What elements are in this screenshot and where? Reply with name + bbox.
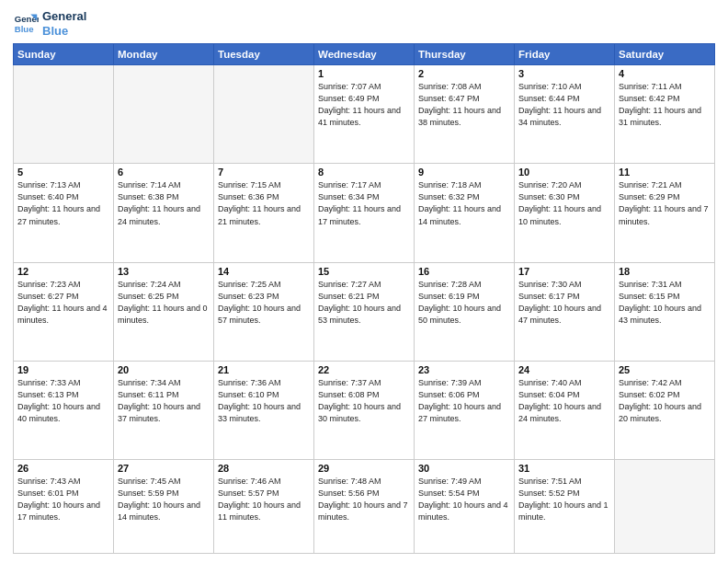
day-info: Sunrise: 7:31 AMSunset: 6:15 PMDaylight:…	[619, 279, 711, 327]
day-number: 29	[318, 463, 410, 474]
day-info: Sunrise: 7:46 AMSunset: 5:57 PMDaylight:…	[218, 476, 310, 523]
calendar-cell	[114, 65, 214, 164]
day-number: 17	[518, 266, 610, 277]
calendar-table: SundayMondayTuesdayWednesdayThursdayFrid…	[13, 43, 715, 554]
day-info: Sunrise: 7:51 AMSunset: 5:52 PMDaylight:…	[518, 476, 610, 523]
day-number: 3	[518, 68, 610, 79]
page-container: General Blue General Blue SundayMondayTu…	[0, 0, 728, 563]
calendar-cell: 29Sunrise: 7:48 AMSunset: 5:56 PMDayligh…	[314, 460, 415, 554]
day-info: Sunrise: 7:14 AMSunset: 6:38 PMDaylight:…	[118, 179, 210, 227]
day-number: 2	[418, 68, 510, 79]
calendar-cell: 27Sunrise: 7:45 AMSunset: 5:59 PMDayligh…	[114, 460, 214, 554]
week-row-5: 26Sunrise: 7:43 AMSunset: 6:01 PMDayligh…	[14, 460, 715, 554]
day-info: Sunrise: 7:27 AMSunset: 6:21 PMDaylight:…	[318, 279, 410, 327]
calendar-cell: 21Sunrise: 7:36 AMSunset: 6:10 PMDayligh…	[214, 361, 314, 459]
calendar-cell: 31Sunrise: 7:51 AMSunset: 5:52 PMDayligh…	[515, 460, 615, 554]
calendar-cell: 4Sunrise: 7:11 AMSunset: 6:42 PMDaylight…	[615, 65, 715, 164]
day-number: 9	[418, 167, 510, 178]
calendar-cell: 13Sunrise: 7:24 AMSunset: 6:25 PMDayligh…	[114, 262, 214, 361]
calendar-cell: 7Sunrise: 7:15 AMSunset: 6:36 PMDaylight…	[214, 164, 314, 262]
svg-text:Blue: Blue	[15, 23, 34, 33]
day-header-thursday: Thursday	[415, 44, 515, 65]
calendar-cell	[214, 65, 314, 164]
calendar-cell: 6Sunrise: 7:14 AMSunset: 6:38 PMDaylight…	[114, 164, 214, 262]
day-info: Sunrise: 7:36 AMSunset: 6:10 PMDaylight:…	[218, 377, 310, 425]
logo-icon: General Blue	[13, 11, 39, 37]
calendar-cell: 9Sunrise: 7:18 AMSunset: 6:32 PMDaylight…	[415, 164, 515, 262]
day-info: Sunrise: 7:15 AMSunset: 6:36 PMDaylight:…	[218, 179, 310, 227]
week-row-2: 5Sunrise: 7:13 AMSunset: 6:40 PMDaylight…	[14, 164, 715, 262]
day-number: 7	[218, 167, 310, 178]
day-info: Sunrise: 7:42 AMSunset: 6:02 PMDaylight:…	[619, 377, 711, 425]
day-info: Sunrise: 7:30 AMSunset: 6:17 PMDaylight:…	[518, 279, 610, 327]
calendar-cell: 19Sunrise: 7:33 AMSunset: 6:13 PMDayligh…	[14, 361, 114, 459]
day-number: 1	[318, 68, 410, 79]
calendar-cell: 20Sunrise: 7:34 AMSunset: 6:11 PMDayligh…	[114, 361, 214, 459]
calendar-cell: 28Sunrise: 7:46 AMSunset: 5:57 PMDayligh…	[214, 460, 314, 554]
day-info: Sunrise: 7:49 AMSunset: 5:54 PMDaylight:…	[418, 476, 510, 523]
calendar-cell: 10Sunrise: 7:20 AMSunset: 6:30 PMDayligh…	[515, 164, 615, 262]
day-number: 8	[318, 167, 410, 178]
day-header-tuesday: Tuesday	[214, 44, 314, 65]
day-header-wednesday: Wednesday	[314, 44, 415, 65]
calendar-cell: 11Sunrise: 7:21 AMSunset: 6:29 PMDayligh…	[615, 164, 715, 262]
day-info: Sunrise: 7:28 AMSunset: 6:19 PMDaylight:…	[418, 279, 510, 327]
calendar-cell: 3Sunrise: 7:10 AMSunset: 6:44 PMDaylight…	[515, 65, 615, 164]
day-info: Sunrise: 7:40 AMSunset: 6:04 PMDaylight:…	[518, 377, 610, 425]
day-info: Sunrise: 7:21 AMSunset: 6:29 PMDaylight:…	[619, 179, 711, 227]
day-info: Sunrise: 7:37 AMSunset: 6:08 PMDaylight:…	[318, 377, 410, 425]
day-info: Sunrise: 7:11 AMSunset: 6:42 PMDaylight:…	[619, 81, 711, 129]
day-info: Sunrise: 7:10 AMSunset: 6:44 PMDaylight:…	[518, 81, 610, 129]
day-number: 24	[518, 364, 610, 375]
calendar-cell: 18Sunrise: 7:31 AMSunset: 6:15 PMDayligh…	[615, 262, 715, 361]
day-info: Sunrise: 7:18 AMSunset: 6:32 PMDaylight:…	[418, 179, 510, 227]
day-number: 13	[118, 266, 210, 277]
day-number: 26	[17, 463, 109, 474]
day-info: Sunrise: 7:25 AMSunset: 6:23 PMDaylight:…	[218, 279, 310, 327]
day-number: 30	[418, 463, 510, 474]
day-number: 10	[518, 167, 610, 178]
day-info: Sunrise: 7:23 AMSunset: 6:27 PMDaylight:…	[17, 279, 109, 327]
day-number: 4	[619, 68, 711, 79]
calendar-cell: 5Sunrise: 7:13 AMSunset: 6:40 PMDaylight…	[14, 164, 114, 262]
header: General Blue General Blue	[13, 9, 715, 38]
week-row-3: 12Sunrise: 7:23 AMSunset: 6:27 PMDayligh…	[14, 262, 715, 361]
calendar-cell: 26Sunrise: 7:43 AMSunset: 6:01 PMDayligh…	[14, 460, 114, 554]
calendar-cell: 12Sunrise: 7:23 AMSunset: 6:27 PMDayligh…	[14, 262, 114, 361]
day-info: Sunrise: 7:34 AMSunset: 6:11 PMDaylight:…	[118, 377, 210, 425]
day-info: Sunrise: 7:24 AMSunset: 6:25 PMDaylight:…	[118, 279, 210, 327]
day-number: 18	[619, 266, 711, 277]
day-number: 27	[118, 463, 210, 474]
day-info: Sunrise: 7:20 AMSunset: 6:30 PMDaylight:…	[518, 179, 610, 227]
day-number: 12	[17, 266, 109, 277]
day-number: 25	[619, 364, 711, 375]
day-header-sunday: Sunday	[14, 44, 114, 65]
day-info: Sunrise: 7:48 AMSunset: 5:56 PMDaylight:…	[318, 476, 410, 523]
day-number: 14	[218, 266, 310, 277]
calendar-cell: 14Sunrise: 7:25 AMSunset: 6:23 PMDayligh…	[214, 262, 314, 361]
calendar-cell: 15Sunrise: 7:27 AMSunset: 6:21 PMDayligh…	[314, 262, 415, 361]
day-number: 5	[17, 167, 109, 178]
day-number: 23	[418, 364, 510, 375]
day-info: Sunrise: 7:13 AMSunset: 6:40 PMDaylight:…	[17, 179, 109, 227]
logo-text: General Blue	[42, 9, 86, 38]
week-row-4: 19Sunrise: 7:33 AMSunset: 6:13 PMDayligh…	[14, 361, 715, 459]
day-info: Sunrise: 7:43 AMSunset: 6:01 PMDaylight:…	[17, 476, 109, 523]
day-info: Sunrise: 7:33 AMSunset: 6:13 PMDaylight:…	[17, 377, 109, 425]
calendar-cell: 22Sunrise: 7:37 AMSunset: 6:08 PMDayligh…	[314, 361, 415, 459]
calendar-cell: 17Sunrise: 7:30 AMSunset: 6:17 PMDayligh…	[515, 262, 615, 361]
calendar-cell	[615, 460, 715, 554]
day-header-saturday: Saturday	[615, 44, 715, 65]
day-number: 16	[418, 266, 510, 277]
day-info: Sunrise: 7:08 AMSunset: 6:47 PMDaylight:…	[418, 81, 510, 129]
calendar-cell: 8Sunrise: 7:17 AMSunset: 6:34 PMDaylight…	[314, 164, 415, 262]
day-header-friday: Friday	[515, 44, 615, 65]
day-number: 22	[318, 364, 410, 375]
calendar-cell: 2Sunrise: 7:08 AMSunset: 6:47 PMDaylight…	[415, 65, 515, 164]
calendar-cell: 30Sunrise: 7:49 AMSunset: 5:54 PMDayligh…	[415, 460, 515, 554]
day-number: 11	[619, 167, 711, 178]
day-info: Sunrise: 7:07 AMSunset: 6:49 PMDaylight:…	[318, 81, 410, 129]
day-number: 21	[218, 364, 310, 375]
logo: General Blue General Blue	[13, 9, 86, 38]
day-header-monday: Monday	[114, 44, 214, 65]
